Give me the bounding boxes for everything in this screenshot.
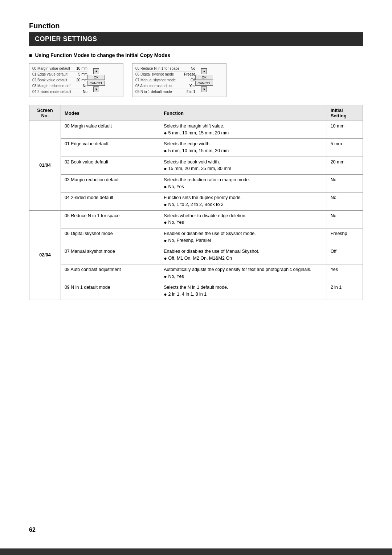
panel-controls: ▲ OK CANCEL ▼ (195, 68, 213, 92)
panel-row-value: Freeze (181, 72, 195, 76)
panel-row-value: No (73, 90, 87, 94)
mode-cell: 05 Reduce N in 1 for space (61, 210, 160, 228)
panel-row-value: No (73, 84, 87, 88)
table-row: 02 Book value defaultSelects the book vo… (29, 157, 363, 174)
function-cell: Selects the N in 1 default mode.●2 in 1,… (160, 282, 327, 300)
bullet-text: 15 mm, 20 mm, 25 mm, 30 mm (168, 165, 232, 172)
panel-row-value: No (181, 66, 195, 70)
table-row: 03 Margin reduction defaultSelects the r… (29, 175, 363, 193)
ok-btn[interactable]: OK (195, 75, 213, 80)
panel-row: 00 Margin value default10 mm (32, 66, 87, 72)
settings-table: ScreenNo. Modes Function InitialSetting … (29, 105, 363, 300)
function-cell: Selects the edge width.●5 mm, 10 mm, 15 … (160, 139, 327, 157)
mode-cell: 03 Margin reduction default (61, 175, 160, 193)
panel-row-label: 03 Margin reduction def. (32, 84, 72, 88)
bullet-item: ●No, 1 to 2, 2 to 2, Book to 2 (164, 201, 323, 208)
bullet-dot: ● (164, 130, 167, 137)
bullet-dot: ● (164, 255, 167, 262)
table-row: 01 Edge value defaultSelects the edge wi… (29, 139, 363, 157)
function-cell: Function sets the duplex priority mode.●… (160, 193, 327, 210)
panel-row-value: 2 in 1 (181, 90, 195, 94)
initial-cell: Off (327, 246, 363, 264)
down-arrow-btn[interactable]: ▼ (201, 86, 207, 92)
screen-no-cell: 02/04 (29, 210, 61, 300)
panel-row: 02 Book value default20 mm (32, 77, 87, 83)
function-cell: Selects the margin shift value.●5 mm, 10… (160, 121, 327, 139)
bullet-item: ●5 mm, 10 mm, 15 mm, 20 mm (164, 130, 323, 137)
panel-row-value: 20 mm (73, 78, 87, 82)
cancel-btn[interactable]: CANCEL (87, 81, 105, 86)
table-row: 08 Auto contrast adjustmentAutomatically… (29, 264, 363, 282)
page-title: Function (29, 22, 363, 30)
bullet-text: 5 mm, 10 mm, 15 mm, 20 mm (168, 130, 229, 137)
mode-cell: 00 Margin value default (61, 121, 160, 139)
function-cell: Automatically adjusts the copy density f… (160, 264, 327, 282)
function-cell: Selects the book void width.●15 mm, 20 m… (160, 157, 327, 174)
bullet-dot: ● (164, 219, 167, 226)
function-cell: Enables or disables the use of Manual Sk… (160, 246, 327, 264)
function-cell: Selects the reduction ratio in margin mo… (160, 175, 327, 193)
bottom-bar (0, 548, 392, 555)
panel-row-value: 10 mm (73, 66, 87, 70)
panel-row: 05 Reduce N in 1 for spaceNo (135, 66, 195, 72)
mode-cell: 04 2-sided mode default (61, 193, 160, 210)
panel-row-value: 5 mm (73, 72, 87, 76)
mode-cell: 02 Book value default (61, 157, 160, 174)
bullet-text: No, Yes (168, 273, 184, 280)
screenshot-panels: 00 Margin value default10 mm01 Edge valu… (29, 63, 363, 97)
panel-1: 05 Reduce N in 1 for spaceNo06 Digital s… (132, 63, 226, 97)
panel-controls: ▲ OK CANCEL ▼ (87, 68, 105, 92)
bullet-dot: ● (164, 273, 167, 280)
panel-row-label: 08 Auto contrast adjust. (135, 84, 179, 88)
initial-cell: 10 mm (327, 121, 363, 139)
bullet-text: 5 mm, 10 mm, 15 mm, 20 mm (168, 147, 229, 154)
bullet-item: ●No, Yes (164, 219, 323, 226)
initial-cell: Freeshp (327, 228, 363, 246)
mode-cell: 07 Manual skyshot mode (61, 246, 160, 264)
cancel-btn[interactable]: CANCEL (195, 81, 213, 86)
mode-cell: 08 Auto contrast adjustment (61, 264, 160, 282)
col-screen-no: ScreenNo. (29, 105, 61, 121)
section-header: COPIER SETTINGS (29, 32, 363, 46)
bullet-dot: ● (164, 147, 167, 155)
table-row: 01/0400 Margin value defaultSelects the … (29, 121, 363, 139)
mode-cell: 06 Digital skyshot mode (61, 228, 160, 246)
bullet-dot: ● (164, 183, 167, 191)
up-arrow-btn[interactable]: ▲ (93, 68, 99, 74)
initial-cell: No (327, 210, 363, 228)
bullet-dot: ● (164, 201, 167, 208)
panel-row-label: 01 Edge value default (32, 72, 72, 76)
panel-row-label: 00 Margin value default (32, 66, 72, 70)
panel-row: 01 Edge value default5 mm (32, 72, 87, 77)
down-arrow-btn[interactable]: ▼ (93, 86, 99, 92)
table-row: 04 2-sided mode defaultFunction sets the… (29, 193, 363, 210)
bullet-item: ●Off, M1 On, M2 On, M1&M2 On (164, 255, 323, 262)
bullet-text: Off, M1 On, M2 On, M1&M2 On (168, 255, 232, 262)
bullet-text: No, 1 to 2, 2 to 2, Book to 2 (168, 201, 224, 208)
panel-row-value: Yes (181, 84, 195, 88)
bullet-item: ●2 in 1, 4 in 1, 8 in 1 (164, 291, 323, 298)
bullet-text: 2 in 1, 4 in 1, 8 in 1 (168, 291, 207, 298)
bullet-dot: ● (164, 237, 167, 244)
panel-row-label: 02 Book value default (32, 78, 72, 82)
panel-row: 09 N in 1 default mode2 in 1 (135, 89, 195, 94)
ok-btn[interactable]: OK (87, 75, 105, 80)
initial-cell: 20 mm (327, 157, 363, 174)
bullet-item: ●5 mm, 10 mm, 15 mm, 20 mm (164, 147, 323, 155)
panel-row: 04 2-sided mode defaultNo (32, 89, 87, 94)
page-number: 62 (29, 527, 36, 533)
mode-cell: 01 Edge value default (61, 139, 160, 157)
function-cell: Selects whether to disable edge deletion… (160, 210, 327, 228)
function-cell: Enables or disables the use of Skyshot m… (160, 228, 327, 246)
panel-row: 06 Digital skyshot modeFreeze (135, 72, 195, 77)
col-function: Function (160, 105, 327, 121)
bullet-item: ●No, Yes (164, 273, 323, 280)
initial-cell: 5 mm (327, 139, 363, 157)
up-arrow-btn[interactable]: ▲ (201, 68, 207, 74)
bullet-item: ●No, Freeshp, Parallel (164, 237, 323, 244)
mode-cell: 09 N in 1 default mode (61, 282, 160, 300)
panel-0: 00 Margin value default10 mm01 Edge valu… (29, 63, 123, 97)
panel-row: 07 Manual skyshot modeOff (135, 77, 195, 83)
bullet-text: No, Yes (168, 183, 184, 190)
col-initial: InitialSetting (327, 105, 363, 121)
